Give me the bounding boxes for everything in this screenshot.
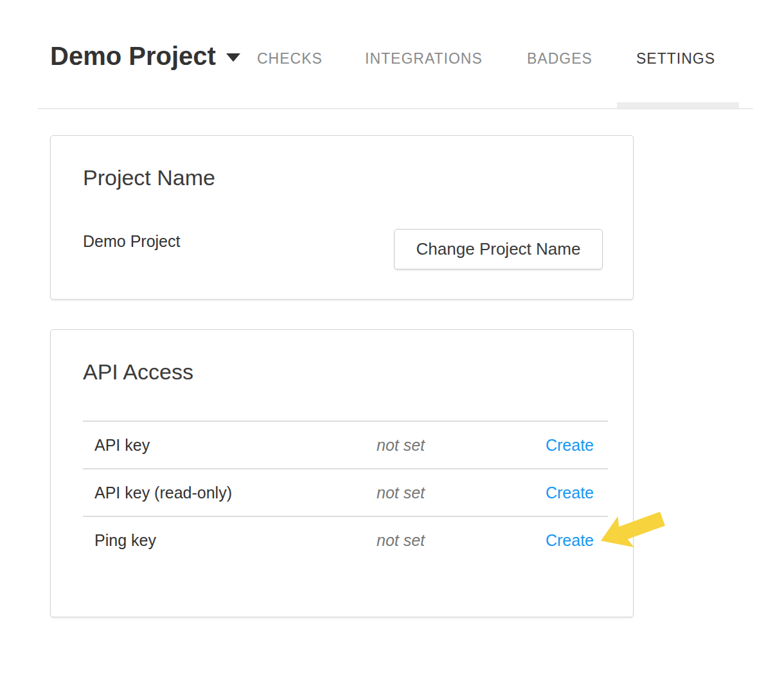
tab-checks[interactable]: CHECKS — [257, 50, 323, 68]
api-access-table: API key not set Create API key (read-onl… — [83, 421, 608, 563]
project-name-card: Project Name Demo Project Change Project… — [50, 135, 634, 300]
api-key-read-only-label: API key (read-only) — [94, 484, 232, 502]
project-name-card-title: Project Name — [83, 165, 215, 190]
current-project-name: Demo Project — [83, 232, 180, 251]
page-title: Demo Project — [50, 41, 216, 71]
change-project-name-button[interactable]: Change Project Name — [394, 229, 603, 269]
api-key-read-only-value: not set — [377, 484, 425, 502]
api-key-create-link[interactable]: Create — [546, 436, 594, 455]
tab-badges[interactable]: BADGES — [527, 50, 592, 68]
table-row-ping-key: Ping key not set Create — [83, 516, 608, 563]
project-switcher-dropdown[interactable]: Demo Project — [50, 41, 240, 71]
caret-down-icon — [226, 53, 240, 62]
ping-key-label: Ping key — [94, 531, 156, 550]
api-key-value: not set — [377, 436, 425, 455]
active-tab-indicator — [617, 102, 739, 108]
ping-key-create-link[interactable]: Create — [546, 531, 594, 550]
api-access-card-title: API Access — [83, 359, 193, 385]
ping-key-value: not set — [377, 531, 425, 550]
nav-divider — [38, 108, 753, 109]
api-key-read-only-create-link[interactable]: Create — [546, 484, 594, 502]
table-row-api-key: API key not set Create — [83, 421, 608, 468]
tab-settings[interactable]: SETTINGS — [636, 50, 715, 68]
table-row-api-key-read-only: API key (read-only) not set Create — [83, 468, 608, 516]
api-key-label: API key — [94, 436, 150, 455]
api-access-card: API Access API key not set Create API ke… — [50, 329, 634, 617]
tab-integrations[interactable]: INTEGRATIONS — [365, 50, 483, 68]
